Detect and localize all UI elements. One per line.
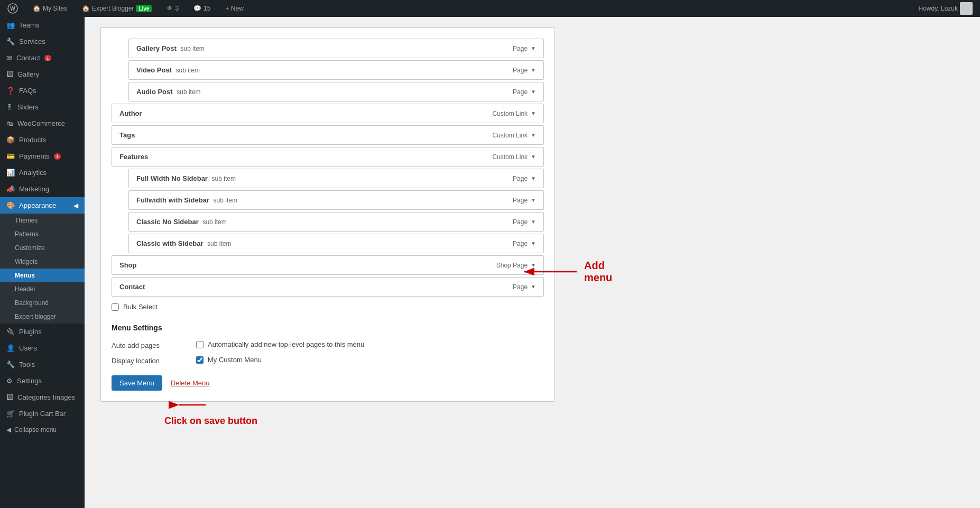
categories-images-icon: 🖼 — [6, 393, 13, 401]
menu-row-contact[interactable]: Contact Page ▼ — [112, 277, 544, 297]
full-width-no-sidebar-sub: sub item — [212, 175, 236, 182]
auto-add-pages-label: Auto add pages — [112, 340, 196, 349]
menu-row-gallery-post[interactable]: Gallery Post sub item Page ▼ — [128, 39, 544, 58]
woocommerce-icon: 🛍 — [6, 119, 13, 127]
teams-icon: 👥 — [6, 21, 15, 29]
collapse-menu-button[interactable]: ◀ Collapse menu — [0, 422, 85, 438]
submenu-widgets[interactable]: Widgets — [0, 255, 85, 269]
submenu-patterns[interactable]: Patterns — [0, 227, 85, 241]
classic-with-sidebar-type: Page ▼ — [513, 240, 536, 247]
menu-row-fullwidth-with-sidebar[interactable]: Fullwidth with Sidebar sub item Page ▼ — [128, 190, 544, 210]
products-icon: 📦 — [6, 136, 15, 144]
sidebar-item-categories-images[interactable]: 🖼 Categories Images — [0, 389, 85, 405]
classic-with-sidebar-arrow: ▼ — [531, 241, 536, 246]
sidebar-item-plugins[interactable]: 🔌 Plugins — [0, 324, 85, 340]
sidebar-item-contact[interactable]: ✉ Contact 1 — [0, 50, 85, 66]
delete-menu-button[interactable]: Delete Menu — [167, 376, 214, 390]
menu-row-author[interactable]: Author Custom Link ▼ — [112, 104, 544, 123]
contact-title: Contact — [119, 283, 145, 291]
site-name-button[interactable]: 🏠 Expert Blogger Live — [79, 0, 155, 17]
collapse-label: Collapse menu — [14, 426, 57, 433]
menu-row-video-post[interactable]: Video Post sub item Page ▼ — [128, 60, 544, 80]
sidebar-item-services[interactable]: 🔧 Services — [0, 33, 85, 50]
sidebar-appearance-label: Appearance — [19, 201, 56, 209]
sidebar-analytics-label: Analytics — [19, 169, 47, 177]
gallery-post-arrow: ▼ — [531, 45, 536, 51]
contact-badge: 1 — [44, 55, 51, 61]
author-arrow: ▼ — [531, 110, 536, 116]
submenu-header[interactable]: Header — [0, 282, 85, 296]
submenu-background[interactable]: Background — [0, 296, 85, 310]
sidebar-item-plugin-cart-bar[interactable]: 🛒 Plugin Cart Bar — [0, 405, 85, 422]
wp-logo-button[interactable]: W — [4, 0, 21, 17]
author-title: Author — [119, 109, 142, 117]
users-icon: 👤 — [6, 344, 15, 352]
fullwidth-with-sidebar-type: Page ▼ — [513, 197, 536, 204]
services-icon: 🔧 — [6, 38, 15, 45]
sidebar-marketing-label: Marketing — [19, 185, 49, 193]
menu-row-audio-post[interactable]: Audio Post sub item Page ▼ — [128, 82, 544, 101]
tools-icon: 🔧 — [6, 361, 15, 368]
site-name-label: Expert Blogger — [92, 5, 134, 12]
menu-row-classic-no-sidebar[interactable]: Classic No Sidebar sub item Page ▼ — [128, 212, 544, 232]
comment-icon: 💬 — [193, 5, 201, 12]
menu-row-classic-with-sidebar[interactable]: Classic with Sidebar sub item Page ▼ — [128, 234, 544, 253]
sidebar-item-teams[interactable]: 👥 Teams — [0, 17, 85, 33]
auto-add-pages-checkbox[interactable] — [196, 341, 204, 348]
classic-no-sidebar-title: Classic No Sidebar — [136, 218, 199, 226]
menu-row-tags[interactable]: Tags Custom Link ▼ — [112, 125, 544, 145]
tags-arrow: ▼ — [531, 132, 536, 138]
submenu-customize[interactable]: Customize — [0, 241, 85, 255]
menu-row-shop[interactable]: Shop Shop Page ▼ — [112, 255, 544, 275]
sidebar-item-woocommerce[interactable]: 🛍 WooCommerce — [0, 115, 85, 132]
faqs-icon: ❓ — [6, 87, 15, 95]
save-menu-button[interactable]: Save Menu — [112, 375, 162, 391]
classic-with-sidebar-sub: sub item — [207, 240, 231, 247]
click-save-arrow-svg — [174, 394, 216, 415]
menu-settings-title: Menu Settings — [112, 324, 544, 332]
submenu-themes[interactable]: Themes — [0, 214, 85, 227]
comments-button[interactable]: 💬 15 — [190, 0, 214, 17]
new-button[interactable]: + New — [222, 0, 246, 17]
bulk-select-checkbox[interactable] — [112, 303, 119, 311]
admin-bar: W 🏠 My Sites 🏠 Expert Blogger Live 👁 3 💬… — [0, 0, 980, 17]
display-location-row: Display location My Custom Menu — [112, 356, 544, 365]
shop-row-container: Shop Shop Page ▼ — [112, 255, 544, 275]
admin-sidebar: 👥 Teams 🔧 Services ✉ Contact 1 🖼 Gallery… — [0, 17, 85, 508]
display-location-checkbox[interactable] — [196, 356, 204, 364]
howdy-button[interactable]: Howdy, Luzuk — [916, 0, 976, 17]
sidebar-item-payments[interactable]: 💳 Payments 1 — [0, 148, 85, 164]
my-sites-label: My Sites — [43, 5, 67, 12]
full-width-no-sidebar-arrow: ▼ — [531, 176, 536, 181]
full-width-no-sidebar-type: Page ▼ — [513, 175, 536, 182]
menu-row-features[interactable]: Features Custom Link ▼ — [112, 147, 544, 167]
sidebar-item-settings[interactable]: ⚙ Settings — [0, 373, 85, 389]
menu-row-full-width-no-sidebar[interactable]: Full Width No Sidebar sub item Page ▼ — [128, 169, 544, 188]
features-title: Features — [119, 153, 148, 161]
sidebar-item-users[interactable]: 👤 Users — [0, 340, 85, 356]
features-arrow: ▼ — [531, 154, 536, 160]
sidebar-item-marketing[interactable]: 📣 Marketing — [0, 181, 85, 197]
display-location-text: My Custom Menu — [208, 356, 262, 364]
sidebar-categories-images-label: Categories Images — [17, 393, 75, 401]
gallery-post-sub: sub item — [181, 45, 205, 52]
sidebar-item-analytics[interactable]: 📊 Analytics — [0, 164, 85, 181]
submenu-menus[interactable]: Menus — [0, 269, 85, 282]
sidebar-item-faqs[interactable]: ❓ FAQs — [0, 82, 85, 99]
marketing-icon: 📣 — [6, 185, 15, 193]
contact-icon: ✉ — [6, 54, 12, 62]
bulk-select-label[interactable]: Bulk Select — [123, 303, 158, 311]
sidebar-item-tools[interactable]: 🔧 Tools — [0, 356, 85, 373]
tags-title: Tags — [119, 131, 135, 139]
sidebar-item-gallery[interactable]: 🖼 Gallery — [0, 66, 85, 82]
my-sites-button[interactable]: 🏠 My Sites — [30, 0, 70, 17]
sidebar-item-sliders[interactable]: 🎚 Sliders — [0, 99, 85, 115]
sidebar-item-appearance[interactable]: 🎨 Appearance ◀ — [0, 197, 85, 214]
audio-post-arrow: ▼ — [531, 89, 536, 95]
eye-count-button[interactable]: 👁 3 — [163, 0, 182, 17]
sidebar-item-products[interactable]: 📦 Products — [0, 132, 85, 148]
submenu-expert-blogger[interactable]: Expert blogger — [0, 310, 85, 324]
video-post-title: Video Post — [136, 66, 172, 74]
menu-settings: Menu Settings Auto add pages Automatical… — [112, 324, 544, 365]
settings-icon: ⚙ — [6, 377, 13, 385]
